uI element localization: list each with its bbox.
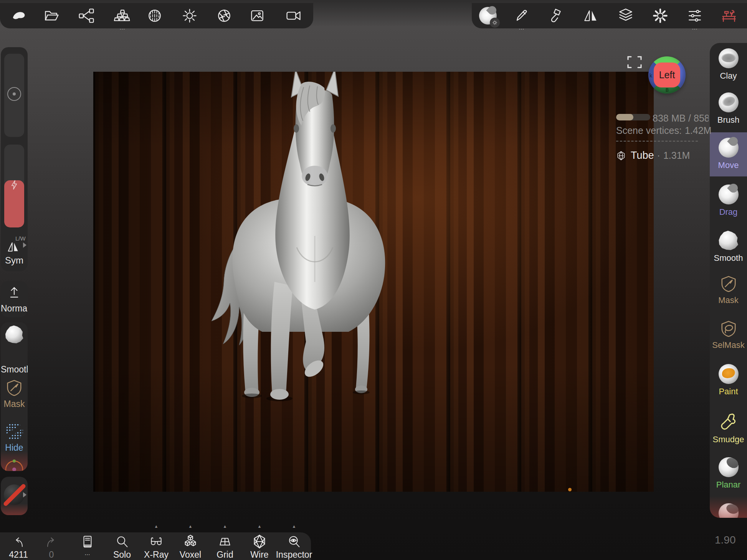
arrow-up-icon xyxy=(7,285,22,300)
xray-button[interactable]: X-Ray xyxy=(140,532,173,560)
smooth-rock-icon xyxy=(5,325,23,344)
material-sphere-icon[interactable] xyxy=(478,6,498,26)
menu-caret-icon: ▲ xyxy=(292,524,296,529)
object-name: Tube xyxy=(631,150,654,161)
sculpt-viewport[interactable] xyxy=(93,72,654,492)
grid-button[interactable]: Grid xyxy=(208,532,241,560)
xray-label: X-Ray xyxy=(144,550,169,560)
undo-count: 4211 xyxy=(9,550,28,560)
inspector-button[interactable]: Inspector xyxy=(278,532,311,560)
video-capture-icon[interactable] xyxy=(284,6,304,26)
solo-button[interactable]: Solo xyxy=(106,532,139,560)
nomad-sculpt-app: { "app": { "name": "Nomad Sculpt", "vers… xyxy=(0,0,747,560)
falloff-normal-button[interactable]: Normal xyxy=(1,281,28,317)
memory-text: 838 MB / 858 MB xyxy=(653,113,709,124)
debug-toolbox-icon[interactable] xyxy=(719,6,739,26)
undo-button[interactable]: 4211 xyxy=(2,532,35,560)
background-image-icon[interactable] xyxy=(247,6,267,26)
right-tool-column: Clay Brush Move Drag Smooth Mask SelMask… xyxy=(710,43,747,518)
more-indicator: … xyxy=(84,550,91,556)
tool-planar[interactable]: Planar xyxy=(710,457,747,490)
stats-divider xyxy=(616,141,698,142)
notes-button[interactable]: … xyxy=(71,532,104,560)
matcap-sphere-icon[interactable] xyxy=(145,6,165,26)
scroll-fade xyxy=(710,496,747,518)
tool-label: Clay xyxy=(720,71,737,81)
undo-icon xyxy=(11,534,26,549)
tool-selmask[interactable]: SelMask xyxy=(710,320,747,350)
camera-aperture-icon[interactable] xyxy=(214,6,234,26)
scene-graph-icon[interactable] xyxy=(76,6,96,26)
redo-icon xyxy=(44,534,59,549)
adjust-sliders-icon[interactable]: … xyxy=(685,6,705,26)
layers-gold-icon[interactable]: … xyxy=(112,6,132,26)
tool-paint[interactable]: Paint xyxy=(710,364,747,397)
active-object-row[interactable]: Tube · 1.31M xyxy=(616,150,690,161)
open-folder-icon[interactable] xyxy=(41,6,61,26)
tool-label: Move xyxy=(718,160,739,170)
intensity-slider[interactable] xyxy=(4,145,24,227)
mask-quick-button[interactable]: Mask xyxy=(1,379,28,407)
symmetry-button[interactable]: L/W Sym xyxy=(1,234,28,271)
mirror-icon xyxy=(6,239,21,254)
menu-caret-icon: ▲ xyxy=(188,524,193,529)
wire-button[interactable]: Wire xyxy=(243,532,276,560)
layers-stack-icon[interactable] xyxy=(616,6,636,26)
redo-button[interactable]: 0 xyxy=(35,532,68,560)
more-indicator: … xyxy=(512,26,532,30)
voxel-button[interactable]: Voxel xyxy=(174,532,207,560)
wire-label: Wire xyxy=(250,550,268,560)
tool-drag[interactable]: Drag xyxy=(710,184,747,217)
tool-label: SelMask xyxy=(712,340,744,350)
sym-label: Sym xyxy=(1,255,28,266)
gizmo-icon[interactable] xyxy=(3,460,25,471)
voxel-label: Voxel xyxy=(180,550,201,560)
fullscreen-icon[interactable] xyxy=(627,56,642,68)
top-left-toolbar: … xyxy=(0,3,313,28)
tool-brush[interactable]: Brush xyxy=(710,92,747,125)
tool-label: Paint xyxy=(719,387,738,397)
material-none-button[interactable] xyxy=(1,477,28,515)
lighting-sun-icon[interactable] xyxy=(180,6,200,26)
tool-smudge[interactable]: Smudge xyxy=(710,412,747,445)
tool-label: Smudge xyxy=(713,435,744,445)
smooth-label: Smooth xyxy=(1,364,28,375)
scene-vertices-value: 1.42M xyxy=(685,125,711,136)
more-indicator: … xyxy=(112,26,132,30)
glasses-icon xyxy=(149,534,164,549)
magnifier-icon xyxy=(115,534,129,549)
material-settings-gear-icon[interactable] xyxy=(490,18,500,28)
stroke-pencil-icon[interactable]: … xyxy=(512,6,532,26)
memory-bar xyxy=(616,114,650,120)
inspector-label: Inspector xyxy=(276,550,312,560)
stylus-cursor-dot xyxy=(568,488,572,491)
top-right-toolbar: … … xyxy=(472,3,747,28)
radius-slider[interactable] xyxy=(4,54,24,137)
horse-model[interactable] xyxy=(201,72,416,405)
hide-quick-button[interactable]: Hide xyxy=(1,423,28,451)
wireframe-sphere-icon xyxy=(252,534,267,549)
viewcube[interactable]: Left k B xyxy=(648,56,686,94)
nomad-logo-icon[interactable] xyxy=(8,6,28,26)
tool-move-selected[interactable]: Move xyxy=(710,132,747,176)
drag-sphere-icon xyxy=(719,184,739,204)
scene-vertices-row: Scene vertices: 1.42M xyxy=(616,125,711,136)
tool-clay[interactable]: Clay xyxy=(710,48,747,81)
viewcube-face-label[interactable]: Left xyxy=(654,63,680,87)
expand-caret-icon xyxy=(23,242,26,248)
home-view-icon[interactable] xyxy=(629,86,643,100)
menu-caret-icon: ▲ xyxy=(223,524,227,529)
tool-smooth[interactable]: Smooth xyxy=(710,231,747,263)
menu-caret-icon: ▲ xyxy=(154,524,159,529)
smooth-quick-button[interactable]: Smooth xyxy=(1,325,28,354)
mask-label: Mask xyxy=(1,399,28,409)
settings-gear-icon[interactable] xyxy=(650,6,670,26)
symmetry-mirror-icon[interactable] xyxy=(581,6,601,26)
planar-sphere-icon xyxy=(719,457,739,477)
ground-grid-icon xyxy=(217,534,233,549)
tool-mask[interactable]: Mask xyxy=(710,275,747,305)
notebook-icon xyxy=(80,534,95,549)
tool-label: Drag xyxy=(719,207,738,217)
no-material-sphere-icon xyxy=(4,484,25,505)
paint-roller-icon[interactable] xyxy=(547,6,567,26)
